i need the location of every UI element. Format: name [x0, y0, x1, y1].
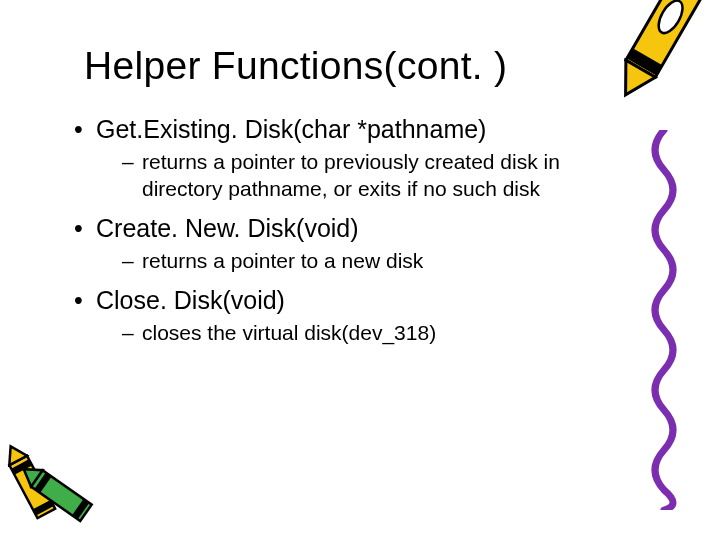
bullet-1-text: Get.Existing. Disk(char *pathname): [96, 115, 486, 143]
svg-rect-9: [31, 470, 92, 521]
svg-marker-12: [18, 461, 43, 487]
svg-rect-10: [34, 473, 51, 493]
page-title: Helper Functions(cont. ): [84, 44, 507, 88]
bullet-3-sub-1: closes the virtual disk(dev_318): [122, 320, 634, 347]
svg-marker-8: [4, 442, 27, 466]
body-text: Get.Existing. Disk(char *pathname) retur…: [74, 114, 634, 357]
bullet-3: Close. Disk(void) closes the virtual dis…: [74, 285, 634, 347]
bullet-2-sub-1: returns a pointer to a new disk: [122, 248, 634, 275]
svg-rect-11: [72, 499, 89, 519]
bullet-3-text: Close. Disk(void): [96, 286, 285, 314]
svg-point-4: [654, 0, 688, 37]
svg-rect-0: [626, 0, 708, 77]
svg-rect-6: [11, 459, 32, 475]
bullet-2: Create. New. Disk(void) returns a pointe…: [74, 213, 634, 275]
slide: Helper Functions(cont. ) Get.Existing. D…: [0, 0, 720, 540]
svg-rect-1: [627, 48, 662, 75]
crayons-bottom-left-icon: [4, 422, 124, 532]
svg-marker-3: [611, 60, 655, 103]
squiggle-icon: [644, 130, 684, 510]
bullet-1: Get.Existing. Disk(char *pathname) retur…: [74, 114, 634, 203]
svg-rect-7: [33, 500, 54, 516]
crayon-top-right-icon: [588, 0, 708, 120]
bullet-2-text: Create. New. Disk(void): [96, 214, 359, 242]
svg-rect-5: [9, 456, 55, 518]
bullet-1-sub-1: returns a pointer to previously created …: [122, 149, 634, 203]
